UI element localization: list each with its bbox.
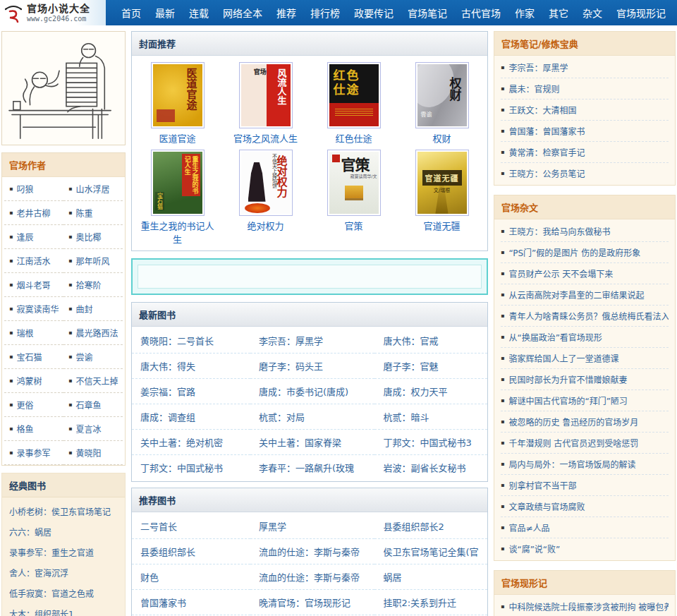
notes-link[interactable]: 曾国藩：曾国藩家书 — [508, 125, 585, 137]
recommended-book-link[interactable]: 曾国藩家书 — [140, 598, 186, 608]
latest-book-link[interactable]: 关中土著：国家脊梁 — [259, 437, 341, 448]
book-cover-image[interactable]: 重生之我的书记人生宝石猫 — [151, 150, 205, 216]
notes-link[interactable]: 王跃文：大清相国 — [508, 104, 576, 116]
essay-link[interactable]: 谈“腐”说“败” — [508, 543, 560, 555]
nav-link[interactable]: 官场现形记 — [616, 6, 666, 20]
site-logo[interactable]: 官场小说大全 www.gc2046.com — [0, 0, 106, 25]
latest-book-link[interactable]: 唐大伟：官戒 — [383, 336, 438, 346]
book-cover-image[interactable]: 官策寂寞读南华/文 — [327, 150, 381, 216]
essay-link[interactable]: 从“换届政治”看官场现形 — [508, 331, 602, 343]
book-cover-caption[interactable]: 绝对权力 — [247, 220, 283, 234]
notes-link[interactable]: 黄常清：检察官手记 — [508, 146, 585, 158]
nav-link[interactable]: 古代官场 — [461, 6, 501, 20]
recommended-book-link[interactable]: 二号首长 — [140, 521, 177, 532]
latest-book-link[interactable]: 李春平：一路飙升(玫瑰 — [259, 463, 354, 473]
essay-link[interactable]: 从云南高院对李昌奎的二审结果说起 — [508, 289, 644, 301]
essay-link[interactable]: 青年人为啥青睐公务员？俄总统梅氏看法入 — [508, 310, 669, 322]
recommended-book-link[interactable]: 流血的仕途：李斯与秦帝 — [259, 572, 360, 583]
book-cover-image[interactable]: 医道官途 — [151, 62, 205, 128]
nav-link[interactable]: 首页 — [121, 6, 141, 20]
nav-link[interactable]: 官场笔记 — [408, 6, 447, 20]
nav-link[interactable]: 最新 — [155, 6, 175, 20]
nav-link[interactable]: 作家 — [515, 6, 535, 20]
author-link[interactable]: 晨光路西法 — [75, 327, 118, 339]
latest-book-link[interactable]: 李宗吾：厚黑学 — [259, 336, 323, 346]
notes-link[interactable]: 李宗吾：厚黑学 — [508, 61, 568, 73]
classic-book-link[interactable]: 舍人：宦海沉浮 — [9, 569, 68, 579]
author-link[interactable]: 夏言冰 — [75, 423, 101, 435]
essay-link[interactable]: 官品≠人品 — [508, 521, 549, 533]
author-link[interactable]: 石章鱼 — [75, 399, 101, 411]
notes-link[interactable]: 王晓方：公务员笔记 — [508, 167, 585, 179]
latest-book-link[interactable]: 岩波：副省长女秘书 — [383, 463, 465, 473]
classic-book-link[interactable]: 小桥老树：侯卫东官场笔记 — [9, 507, 111, 517]
author-link[interactable]: 鸿蒙树 — [16, 375, 42, 387]
book-cover-image[interactable]: 权财雲谕 — [415, 62, 469, 128]
nav-link[interactable]: 排行榜 — [310, 6, 340, 20]
classic-book-link[interactable]: 大木：组织部长1 — [9, 610, 74, 616]
classic-book-link[interactable]: 录事参军：重生之官道 — [9, 548, 94, 558]
author-link[interactable]: 尝谕 — [75, 351, 92, 363]
classic-book-link[interactable]: 六六：蜗居 — [9, 528, 51, 538]
recommended-book-link[interactable]: 县委组织部长 — [140, 547, 195, 557]
latest-book-link[interactable]: 杭贰：暗斗 — [383, 412, 429, 423]
nav-link[interactable]: 政要传记 — [354, 6, 394, 20]
author-link[interactable]: 陈重 — [75, 207, 92, 219]
latest-book-link[interactable]: 杭贰：对局 — [259, 412, 305, 423]
latest-book-link[interactable]: 关中土著：绝对机密 — [140, 437, 223, 448]
author-link[interactable]: 寂寞读南华 — [16, 303, 59, 315]
recommended-book-link[interactable]: 流血的仕途：李斯与秦帝 — [259, 547, 360, 557]
recommended-book-link[interactable]: 侯卫东官场笔记全集(官 — [383, 547, 478, 557]
book-cover-caption[interactable]: 官场之风流人生 — [233, 133, 298, 146]
recommended-book-link[interactable]: 晚清官场：官场现形记 — [259, 598, 350, 608]
essay-link[interactable]: 民国时部长为升官不惜赠娘献妻 — [508, 373, 627, 385]
author-link[interactable]: 那年听风 — [75, 255, 109, 267]
essay-link[interactable]: 官员财产公示 天不会塌下来 — [508, 267, 613, 279]
author-link[interactable]: 黄晓阳 — [75, 447, 101, 459]
author-link[interactable]: 叼狼 — [16, 183, 33, 195]
author-link[interactable]: 拾寒阶 — [75, 279, 101, 291]
essay-link[interactable]: 解谜中国古代官场的“拜门”陋习 — [508, 394, 627, 406]
book-cover-caption[interactable]: 红色仕途 — [335, 133, 372, 146]
book-cover-caption[interactable]: 权财 — [432, 133, 451, 146]
essay-link[interactable]: 局内与局外：一场官场饭局的解读 — [508, 458, 635, 470]
author-link[interactable]: 烟斗老哥 — [16, 279, 50, 291]
book-cover-image[interactable]: 红色仕途 — [327, 62, 381, 128]
classic-book-link[interactable]: 低手寂寞：官道之色戒 — [9, 589, 94, 599]
latest-book-link[interactable]: 磨子李：官魅 — [383, 361, 438, 372]
author-link[interactable]: 江南活水 — [16, 255, 50, 267]
author-link[interactable]: 老井古柳 — [16, 207, 50, 219]
book-cover-image[interactable]: 官场风流人生 — [239, 62, 293, 128]
book-cover-image[interactable]: 官道无疆文/瑞根 — [415, 150, 469, 216]
essay-link[interactable]: 骆家辉给国人上了一堂道德课 — [508, 352, 618, 364]
author-link[interactable]: 更俗 — [16, 399, 33, 411]
essay-link[interactable]: 文章政绩与官场腐败 — [508, 500, 585, 512]
nav-link[interactable]: 连载 — [189, 6, 209, 20]
essay-link[interactable]: 王晓方：我给马向东做秘书 — [508, 225, 610, 237]
book-cover-caption[interactable]: 官道无疆 — [423, 220, 460, 234]
nav-link[interactable]: 其它 — [549, 6, 568, 20]
nav-link[interactable]: 网络全本 — [223, 6, 262, 20]
author-link[interactable]: 逢辰 — [16, 231, 33, 243]
author-link[interactable]: 瑞根 — [16, 327, 33, 339]
recommended-book-link[interactable]: 挂职2:关系到升迁 — [383, 598, 456, 608]
book-cover-caption[interactable]: 官策 — [344, 220, 362, 234]
essay-link[interactable]: 别拿村官不当干部 — [508, 479, 576, 491]
author-link[interactable]: 录事参军 — [16, 447, 50, 459]
essay-link[interactable]: 被忽略的历史 鲁迅经历的官场岁月 — [508, 416, 638, 428]
latest-book-link[interactable]: 唐成：市委书记(唐成) — [259, 387, 348, 397]
latest-book-link[interactable]: 姜宗福：官路 — [140, 387, 195, 397]
essay-link[interactable]: “PS门”假的是图片 伤的是政府形象 — [508, 246, 640, 258]
author-link[interactable]: 宝石猫 — [16, 351, 42, 363]
recommended-book-link[interactable]: 蜗居 — [383, 572, 401, 583]
recommended-book-link[interactable]: 县委组织部长2 — [383, 521, 444, 532]
latest-book-link[interactable]: 丁邦文：中国式秘书 — [140, 463, 223, 473]
author-link[interactable]: 格鱼 — [16, 423, 33, 435]
nav-link[interactable]: 推荐 — [276, 6, 296, 20]
exposed-link[interactable]: 中科院候选院士段振豪涉贪被刑拘 被曝包养 — [508, 600, 669, 612]
author-link[interactable]: 不信天上掉 — [75, 375, 118, 387]
book-cover-caption[interactable]: 重生之我的书记人生 — [137, 220, 219, 247]
book-cover-caption[interactable]: 医道官途 — [159, 133, 195, 146]
author-link[interactable]: 山水浮居 — [75, 183, 109, 195]
latest-book-link[interactable]: 黄晓阳：二号首长 — [140, 336, 214, 346]
